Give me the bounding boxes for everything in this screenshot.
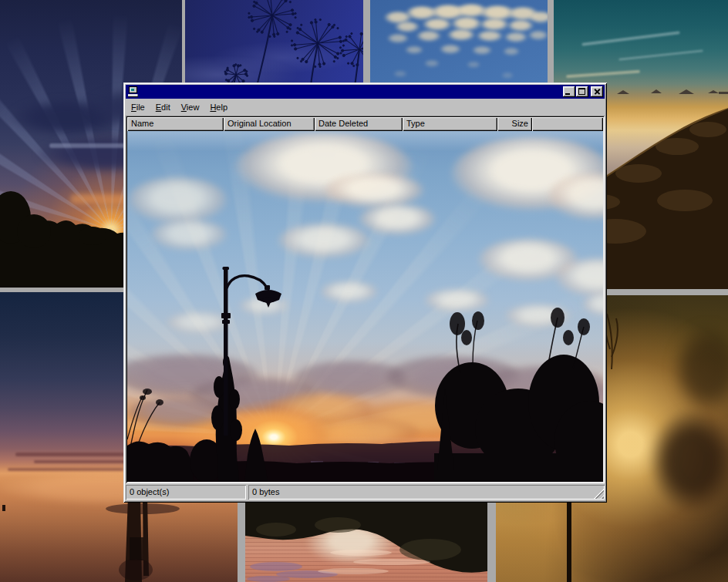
column-header-size[interactable]: Size xyxy=(497,117,532,131)
recycle-bin-window: File Edit View Help Name Original Locati… xyxy=(123,82,607,503)
altocumulus-cloud xyxy=(528,12,548,23)
folder-content-sunset-photo[interactable] xyxy=(127,131,603,482)
altocumulus-cloud xyxy=(501,72,514,79)
altocumulus-cloud xyxy=(440,45,461,54)
column-header-row: Name Original Location Date Deleted Type… xyxy=(127,117,603,131)
menu-file[interactable]: File xyxy=(126,101,150,114)
maximize-button[interactable] xyxy=(576,86,588,97)
umbel-flower xyxy=(248,0,296,86)
right-trees xyxy=(434,355,603,482)
altocumulus-cloud xyxy=(423,19,452,31)
menu-edit[interactable]: Edit xyxy=(150,101,176,114)
status-bytes-text: 0 bytes xyxy=(252,487,279,496)
altocumulus-cloud xyxy=(416,31,441,42)
column-header-empty[interactable] xyxy=(532,117,603,131)
altocumulus-cloud xyxy=(472,46,492,55)
status-objects: 0 object(s) xyxy=(126,485,246,500)
altocumulus-cloud xyxy=(504,32,527,42)
altocumulus-cloud xyxy=(477,31,503,42)
file-list-view: Name Original Location Date Deleted Type… xyxy=(126,116,605,483)
minimize-icon xyxy=(565,93,570,95)
computer-icon-base xyxy=(128,94,138,97)
altocumulus-cloud xyxy=(447,29,475,41)
altocumulus-cloud xyxy=(467,62,480,68)
close-button[interactable] xyxy=(591,86,603,97)
altocumulus-cloud xyxy=(393,71,407,77)
column-header-original-location[interactable]: Original Location xyxy=(224,117,315,131)
column-header-type[interactable]: Type xyxy=(403,117,497,131)
menu-view[interactable]: View xyxy=(176,101,205,114)
altocumulus-cloud xyxy=(424,60,440,67)
menu-help[interactable]: Help xyxy=(204,101,233,114)
altocumulus-cloud xyxy=(480,19,509,31)
altocumulus-cloud xyxy=(395,22,420,32)
lamp-head xyxy=(255,285,281,308)
computer-icon[interactable] xyxy=(128,86,139,97)
silhouettes-layer xyxy=(127,131,603,482)
altocumulus-cloud xyxy=(528,31,548,40)
status-bytes: 0 bytes xyxy=(248,485,605,500)
column-header-name[interactable]: Name xyxy=(127,117,224,131)
umbel-flower xyxy=(291,19,344,86)
maximize-icon xyxy=(578,88,585,95)
status-bar: 0 object(s) 0 bytes xyxy=(126,485,605,500)
window-titlebar[interactable] xyxy=(126,85,605,99)
computer-icon-screen xyxy=(130,88,134,91)
altocumulus-cloud xyxy=(387,34,409,43)
altocumulus-cloud xyxy=(451,17,482,31)
altocumulus-cloud xyxy=(503,48,520,56)
column-header-date-deleted[interactable]: Date Deleted xyxy=(315,117,403,131)
island-peaks xyxy=(589,89,728,95)
minimize-button[interactable] xyxy=(563,86,575,97)
resize-grip[interactable] xyxy=(594,489,604,499)
altocumulus-cloud xyxy=(405,46,423,54)
menu-bar: File Edit View Help xyxy=(126,99,605,115)
altocumulus-cloud xyxy=(507,20,534,32)
